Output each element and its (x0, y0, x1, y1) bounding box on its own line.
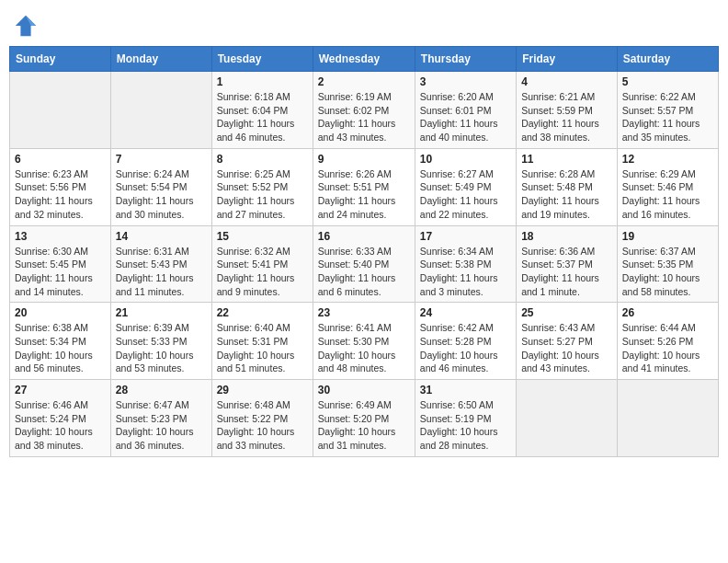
day-info: Sunrise: 6:29 AM Sunset: 5:46 PM Dayligh… (622, 167, 713, 222)
day-number: 27 (15, 384, 106, 396)
calendar-cell: 8Sunrise: 6:25 AM Sunset: 5:52 PM Daylig… (211, 148, 313, 225)
day-number: 2 (318, 75, 410, 88)
calendar-cell: 31Sunrise: 6:50 AM Sunset: 5:19 PM Dayli… (415, 380, 516, 457)
calendar-week-row: 1Sunrise: 6:18 AM Sunset: 6:04 PM Daylig… (10, 72, 719, 149)
day-number: 18 (521, 230, 612, 243)
calendar-cell: 24Sunrise: 6:42 AM Sunset: 5:28 PM Dayli… (415, 303, 516, 380)
calendar-cell: 11Sunrise: 6:28 AM Sunset: 5:48 PM Dayli… (517, 148, 618, 225)
calendar-cell: 25Sunrise: 6:43 AM Sunset: 5:27 PM Dayli… (517, 303, 618, 380)
calendar-body: 1Sunrise: 6:18 AM Sunset: 6:04 PM Daylig… (10, 72, 719, 457)
calendar-cell: 13Sunrise: 6:30 AM Sunset: 5:45 PM Dayli… (10, 225, 111, 303)
day-info: Sunrise: 6:20 AM Sunset: 6:01 PM Dayligh… (420, 90, 511, 144)
calendar-cell: 9Sunrise: 6:26 AM Sunset: 5:51 PM Daylig… (313, 148, 415, 225)
calendar-cell: 5Sunrise: 6:22 AM Sunset: 5:57 PM Daylig… (617, 72, 718, 149)
day-info: Sunrise: 6:28 AM Sunset: 5:48 PM Dayligh… (521, 167, 612, 222)
day-number: 16 (318, 230, 410, 243)
day-number: 12 (622, 153, 713, 166)
calendar-cell: 14Sunrise: 6:31 AM Sunset: 5:43 PM Dayli… (110, 225, 211, 303)
day-number: 5 (622, 75, 713, 88)
day-number: 21 (116, 306, 207, 319)
calendar-cell: 22Sunrise: 6:40 AM Sunset: 5:31 PM Dayli… (211, 303, 313, 380)
day-info: Sunrise: 6:24 AM Sunset: 5:54 PM Dayligh… (116, 167, 207, 222)
day-number: 29 (217, 384, 308, 396)
day-number: 13 (15, 230, 106, 243)
day-number: 28 (116, 384, 207, 396)
calendar-week-row: 6Sunrise: 6:23 AM Sunset: 5:56 PM Daylig… (10, 148, 719, 225)
day-info: Sunrise: 6:38 AM Sunset: 5:34 PM Dayligh… (15, 321, 106, 375)
day-info: Sunrise: 6:31 AM Sunset: 5:43 PM Dayligh… (116, 245, 207, 299)
calendar-cell (10, 72, 111, 149)
calendar-cell (617, 380, 718, 457)
calendar-header-tuesday: Tuesday (211, 47, 313, 72)
day-number: 23 (318, 306, 410, 319)
day-info: Sunrise: 6:26 AM Sunset: 5:51 PM Dayligh… (318, 167, 410, 222)
calendar-cell: 20Sunrise: 6:38 AM Sunset: 5:34 PM Dayli… (10, 303, 111, 380)
calendar-cell: 2Sunrise: 6:19 AM Sunset: 6:02 PM Daylig… (313, 72, 415, 149)
day-number: 22 (217, 306, 308, 319)
calendar-cell: 15Sunrise: 6:32 AM Sunset: 5:41 PM Dayli… (211, 225, 313, 303)
calendar-cell: 16Sunrise: 6:33 AM Sunset: 5:40 PM Dayli… (313, 225, 415, 303)
calendar-cell: 23Sunrise: 6:41 AM Sunset: 5:30 PM Dayli… (313, 303, 415, 380)
calendar-cell: 19Sunrise: 6:37 AM Sunset: 5:35 PM Dayli… (617, 225, 718, 303)
day-info: Sunrise: 6:19 AM Sunset: 6:02 PM Dayligh… (318, 90, 410, 144)
calendar-cell: 12Sunrise: 6:29 AM Sunset: 5:46 PM Dayli… (617, 148, 718, 225)
calendar-header-monday: Monday (110, 47, 211, 72)
day-number: 3 (420, 75, 511, 88)
day-number: 11 (521, 153, 612, 166)
day-info: Sunrise: 6:23 AM Sunset: 5:56 PM Dayligh… (15, 167, 106, 222)
calendar-header-sunday: Sunday (10, 47, 111, 72)
day-number: 30 (318, 384, 410, 396)
calendar-header-row: SundayMondayTuesdayWednesdayThursdayFrid… (10, 47, 719, 72)
logo-icon (13, 13, 39, 39)
calendar-cell: 30Sunrise: 6:49 AM Sunset: 5:20 PM Dayli… (313, 380, 415, 457)
day-info: Sunrise: 6:47 AM Sunset: 5:23 PM Dayligh… (116, 398, 207, 453)
day-info: Sunrise: 6:34 AM Sunset: 5:38 PM Dayligh… (420, 245, 511, 299)
calendar-cell: 4Sunrise: 6:21 AM Sunset: 5:59 PM Daylig… (517, 72, 618, 149)
calendar-week-row: 20Sunrise: 6:38 AM Sunset: 5:34 PM Dayli… (10, 303, 719, 380)
day-info: Sunrise: 6:32 AM Sunset: 5:41 PM Dayligh… (217, 245, 308, 299)
page-header (9, 9, 719, 39)
calendar-cell (110, 72, 211, 149)
calendar-cell: 29Sunrise: 6:48 AM Sunset: 5:22 PM Dayli… (211, 380, 313, 457)
day-number: 19 (622, 230, 713, 243)
calendar-cell: 6Sunrise: 6:23 AM Sunset: 5:56 PM Daylig… (10, 148, 111, 225)
calendar-header-friday: Friday (517, 47, 618, 72)
day-info: Sunrise: 6:18 AM Sunset: 6:04 PM Dayligh… (217, 90, 308, 144)
calendar-cell: 18Sunrise: 6:36 AM Sunset: 5:37 PM Dayli… (517, 225, 618, 303)
day-info: Sunrise: 6:44 AM Sunset: 5:26 PM Dayligh… (622, 321, 713, 375)
day-number: 10 (420, 153, 511, 166)
day-info: Sunrise: 6:27 AM Sunset: 5:49 PM Dayligh… (420, 167, 511, 222)
day-info: Sunrise: 6:21 AM Sunset: 5:59 PM Dayligh… (521, 90, 612, 144)
day-info: Sunrise: 6:22 AM Sunset: 5:57 PM Dayligh… (622, 90, 713, 144)
calendar-cell: 27Sunrise: 6:46 AM Sunset: 5:24 PM Dayli… (10, 380, 111, 457)
day-number: 25 (521, 306, 612, 319)
calendar-cell (517, 380, 618, 457)
day-number: 14 (116, 230, 207, 243)
day-number: 31 (420, 384, 511, 396)
calendar-cell: 21Sunrise: 6:39 AM Sunset: 5:33 PM Dayli… (110, 303, 211, 380)
day-info: Sunrise: 6:25 AM Sunset: 5:52 PM Dayligh… (217, 167, 308, 222)
day-info: Sunrise: 6:39 AM Sunset: 5:33 PM Dayligh… (116, 321, 207, 375)
day-info: Sunrise: 6:40 AM Sunset: 5:31 PM Dayligh… (217, 321, 308, 375)
calendar-cell: 10Sunrise: 6:27 AM Sunset: 5:49 PM Dayli… (415, 148, 516, 225)
day-number: 15 (217, 230, 308, 243)
day-number: 8 (217, 153, 308, 166)
day-info: Sunrise: 6:48 AM Sunset: 5:22 PM Dayligh… (217, 398, 308, 453)
day-number: 9 (318, 153, 410, 166)
day-info: Sunrise: 6:42 AM Sunset: 5:28 PM Dayligh… (420, 321, 511, 375)
day-number: 17 (420, 230, 511, 243)
calendar-table: SundayMondayTuesdayWednesdayThursdayFrid… (9, 46, 719, 457)
day-number: 4 (521, 75, 612, 88)
day-info: Sunrise: 6:49 AM Sunset: 5:20 PM Dayligh… (318, 398, 410, 453)
day-number: 6 (15, 153, 106, 166)
calendar-cell: 26Sunrise: 6:44 AM Sunset: 5:26 PM Dayli… (617, 303, 718, 380)
calendar-week-row: 27Sunrise: 6:46 AM Sunset: 5:24 PM Dayli… (10, 380, 719, 457)
calendar-cell: 1Sunrise: 6:18 AM Sunset: 6:04 PM Daylig… (211, 72, 313, 149)
day-number: 20 (15, 306, 106, 319)
day-info: Sunrise: 6:33 AM Sunset: 5:40 PM Dayligh… (318, 245, 410, 299)
calendar-week-row: 13Sunrise: 6:30 AM Sunset: 5:45 PM Dayli… (10, 225, 719, 303)
calendar-header-thursday: Thursday (415, 47, 516, 72)
day-info: Sunrise: 6:43 AM Sunset: 5:27 PM Dayligh… (521, 321, 612, 375)
day-number: 7 (116, 153, 207, 166)
day-number: 26 (622, 306, 713, 319)
